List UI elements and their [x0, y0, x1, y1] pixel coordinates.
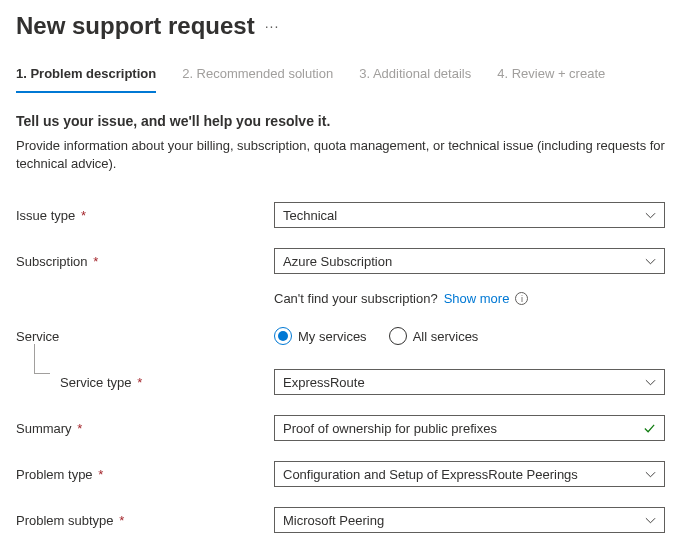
- radio-circle-icon: [274, 327, 292, 345]
- problem-type-select[interactable]: Configuration and Setup of ExpressRoute …: [274, 461, 665, 487]
- chevron-down-icon: [645, 515, 656, 526]
- check-icon: [643, 422, 656, 435]
- required-marker: *: [95, 467, 104, 482]
- info-icon[interactable]: i: [515, 292, 528, 305]
- page-title: New support request: [16, 12, 255, 40]
- radio-my-services-label: My services: [298, 329, 367, 344]
- issue-type-value: Technical: [283, 208, 337, 223]
- chevron-down-icon: [645, 210, 656, 221]
- problem-type-label-text: Problem type: [16, 467, 93, 482]
- required-marker: *: [77, 208, 86, 223]
- radio-all-services[interactable]: All services: [389, 327, 479, 345]
- service-type-select[interactable]: ExpressRoute: [274, 369, 665, 395]
- problem-subtype-label: Problem subtype *: [16, 513, 274, 528]
- subscription-helper-text: Can't find your subscription?: [274, 291, 438, 306]
- tab-problem-description[interactable]: 1. Problem description: [16, 66, 156, 93]
- problem-type-label: Problem type *: [16, 467, 274, 482]
- section-desc: Provide information about your billing, …: [16, 137, 665, 173]
- issue-type-label: Issue type *: [16, 208, 274, 223]
- problem-type-value: Configuration and Setup of ExpressRoute …: [283, 467, 578, 482]
- tabs-bar: 1. Problem description 2. Recommended so…: [16, 66, 665, 93]
- service-radio-group: My services All services: [274, 327, 665, 345]
- subscription-select[interactable]: Azure Subscription: [274, 248, 665, 274]
- section-title: Tell us your issue, and we'll help you r…: [16, 113, 665, 129]
- summary-label-text: Summary: [16, 421, 72, 436]
- issue-type-select[interactable]: Technical: [274, 202, 665, 228]
- radio-my-services[interactable]: My services: [274, 327, 367, 345]
- summary-value: Proof of ownership for public prefixes: [283, 421, 497, 436]
- service-label: Service: [16, 329, 274, 344]
- tab-additional-details[interactable]: 3. Additional details: [359, 66, 471, 93]
- subscription-helper: Can't find your subscription? Show more …: [274, 291, 665, 306]
- tab-review-create[interactable]: 4. Review + create: [497, 66, 605, 93]
- subscription-label-text: Subscription: [16, 254, 88, 269]
- tree-connector-icon: [34, 344, 50, 374]
- radio-all-services-label: All services: [413, 329, 479, 344]
- subscription-label: Subscription *: [16, 254, 274, 269]
- service-type-label-text: Service type: [60, 375, 132, 390]
- more-icon[interactable]: ···: [265, 18, 280, 34]
- show-more-link[interactable]: Show more: [444, 291, 510, 306]
- service-type-label: Service type *: [16, 375, 274, 390]
- problem-subtype-select[interactable]: Microsoft Peering: [274, 507, 665, 533]
- required-marker: *: [134, 375, 143, 390]
- summary-input[interactable]: Proof of ownership for public prefixes: [274, 415, 665, 441]
- chevron-down-icon: [645, 377, 656, 388]
- problem-subtype-value: Microsoft Peering: [283, 513, 384, 528]
- subscription-value: Azure Subscription: [283, 254, 392, 269]
- problem-subtype-label-text: Problem subtype: [16, 513, 114, 528]
- service-type-value: ExpressRoute: [283, 375, 365, 390]
- chevron-down-icon: [645, 469, 656, 480]
- chevron-down-icon: [645, 256, 656, 267]
- required-marker: *: [116, 513, 125, 528]
- radio-circle-icon: [389, 327, 407, 345]
- summary-label: Summary *: [16, 421, 274, 436]
- required-marker: *: [74, 421, 83, 436]
- issue-type-label-text: Issue type: [16, 208, 75, 223]
- service-label-text: Service: [16, 329, 59, 344]
- required-marker: *: [90, 254, 99, 269]
- tab-recommended-solution[interactable]: 2. Recommended solution: [182, 66, 333, 93]
